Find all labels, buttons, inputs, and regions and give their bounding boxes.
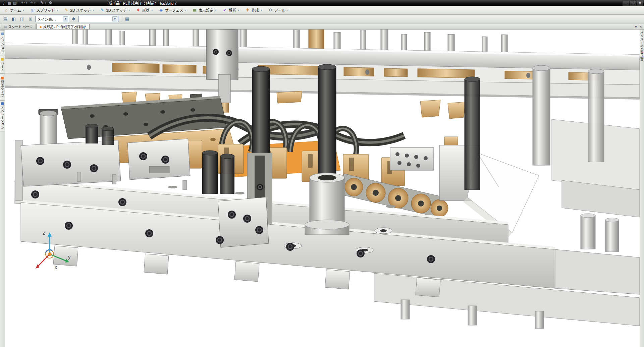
part-tab-icon xyxy=(1,58,4,61)
window-title: 成形品 - PL作成完了-分割前* - TopSolid 7 xyxy=(109,0,176,6)
left-sidebar: オプション パート 要素タイプ オペレーション xyxy=(0,30,5,347)
menu-create[interactable]: ✚ 作成 ▼ xyxy=(243,6,265,14)
undo-icon[interactable]: ↶ xyxy=(20,0,26,5)
cad-3d-viewport[interactable]: z y x xyxy=(5,30,639,347)
edit-icon[interactable]: ✎ xyxy=(39,0,45,5)
layout-four-view-icon[interactable]: ⊞ xyxy=(27,15,34,22)
menu-create-label: 作成 xyxy=(252,7,259,13)
tools-icon: ⚙ xyxy=(268,8,273,12)
titlebar: ▯ ▦ ▤ ↶ ▾ ↷ ▾ ✎ ▾ ⚙ 成形品 - PL作成完了-分割前* - … xyxy=(0,0,644,6)
tab-list-dropdown-icon[interactable]: ▼ xyxy=(635,25,638,28)
close-button[interactable]: ✕ xyxy=(637,0,643,6)
sketch-3d-icon: ✎ xyxy=(100,8,105,12)
view-toolbar: ▤ ◧ ◫ ⊞ メイン表示 ▼ ✱ ▼ ▦ xyxy=(0,15,644,23)
redo-dropdown-arrow[interactable]: ▾ xyxy=(34,2,37,4)
chevron-down-icon: ▼ xyxy=(22,9,25,11)
create-icon: ✚ xyxy=(245,8,250,12)
menu-analysis-label: 解析 xyxy=(229,7,236,13)
start-page-icon: ▤ xyxy=(4,25,7,28)
print-icon[interactable]: ▤ xyxy=(12,0,18,5)
settings-icon[interactable]: ⚙ xyxy=(48,0,53,5)
topsolid-window: ▯ ▦ ▤ ↶ ▾ ↷ ▾ ✎ ▾ ⚙ 成形品 - PL作成完了-分割前* - … xyxy=(0,0,644,347)
menu-home-label: ホーム xyxy=(10,7,21,13)
home-icon: ⌂ xyxy=(4,8,9,12)
sidebar-tab-part-label: パート xyxy=(0,62,4,72)
chevron-down-icon: ▼ xyxy=(56,9,59,11)
minimize-button[interactable]: – xyxy=(623,0,629,6)
menu-tools-label: ツール xyxy=(274,7,285,13)
undo-dropdown-arrow[interactable]: ▾ xyxy=(26,2,29,4)
tab-start-page-label: スタート ページ xyxy=(8,24,33,29)
titlebar-separator xyxy=(38,1,38,5)
split-icon: ◫ xyxy=(30,8,35,12)
display-settings-icon: ▦ xyxy=(192,8,197,12)
sidebar-tab-options[interactable]: オプション xyxy=(0,31,5,55)
menu-split-label: スプリット xyxy=(37,7,55,13)
menu-2d-sketch-label: 2D スケッチ xyxy=(70,7,91,13)
window-controls: – ▢ ✕ xyxy=(622,0,643,6)
close-document-icon[interactable]: ✕ xyxy=(639,25,642,28)
new-document-icon[interactable]: ▯ xyxy=(1,0,6,5)
save-icon[interactable]: ▦ xyxy=(6,0,12,5)
chevron-down-icon: ▼ xyxy=(215,9,217,11)
menu-surface-label: サーフェス xyxy=(165,7,183,13)
sidebar-tab-operation-label: オペレーション xyxy=(0,106,4,129)
sketch-2d-icon: ✎ xyxy=(64,8,69,12)
menu-shape-label: 形状 xyxy=(142,7,150,13)
chevron-down-icon: ▼ xyxy=(287,9,289,11)
chevron-down-icon: ▼ xyxy=(184,9,187,11)
project-name-label[interactable]: バンパーの金型設計 xyxy=(640,30,644,61)
analysis-icon: ✔ xyxy=(222,8,227,12)
sidebar-tab-options-label: オプション xyxy=(0,36,4,53)
print-preview-icon[interactable]: ▤ xyxy=(2,15,9,22)
layout-two-view-icon[interactable]: ◫ xyxy=(18,15,26,22)
cad-viewport-scene: z y x xyxy=(5,30,640,347)
view-mode-value: メイン表示 xyxy=(37,16,56,22)
ribbon-menu: ⌂ ホーム ▼ ◫ スプリット ▼ ✎ 2D スケッチ ▼ ✎ 3D スケッチ … xyxy=(0,6,644,15)
element-type-tab-icon xyxy=(1,77,4,79)
titlebar-separator xyxy=(19,1,19,5)
menu-3d-sketch-label: 3D スケッチ xyxy=(106,7,127,13)
axis-z-label: z xyxy=(43,230,45,236)
edit-dropdown-arrow[interactable]: ▾ xyxy=(45,2,48,4)
tab-active-document-label: 成形品 - PL作成完了-分割前* xyxy=(43,24,86,29)
operation-tab-icon xyxy=(1,102,4,105)
layout-one-view-icon[interactable]: ◧ xyxy=(10,15,17,22)
chevron-down-icon: ▼ xyxy=(112,16,117,21)
menu-surface[interactable]: ◈ サーフェス ▼ xyxy=(156,6,190,14)
attribute-icon[interactable]: ✱ xyxy=(70,15,77,22)
menu-display-settings[interactable]: ▦ 表示設定 ▼ xyxy=(190,6,220,14)
menu-shape[interactable]: ❖ 形状 ▼ xyxy=(133,6,156,14)
chevron-down-icon: ▼ xyxy=(92,9,95,11)
redo-icon[interactable]: ↷ xyxy=(29,0,34,5)
axis-x-label: x xyxy=(55,265,57,270)
right-sidebar: バンパーの金型設計 xyxy=(639,30,644,347)
menu-2d-sketch[interactable]: ✎ 2D スケッチ ▼ xyxy=(61,6,97,14)
menu-home[interactable]: ⌂ ホーム ▼ xyxy=(1,6,28,14)
tab-active-document[interactable]: ◆ 成形品 - PL作成完了-分割前* xyxy=(36,24,90,29)
chevron-down-icon: ▼ xyxy=(128,9,130,11)
menu-tools[interactable]: ⚙ ツール ▼ xyxy=(265,6,292,14)
sidebar-tab-element-type-label: 要素タイプ xyxy=(0,80,4,97)
main-area: オプション パート 要素タイプ オペレーション xyxy=(0,30,644,347)
chevron-down-icon: ▼ xyxy=(237,9,240,11)
sidebar-tab-element-type[interactable]: 要素タイプ xyxy=(0,75,5,99)
sidebar-tab-operation[interactable]: オペレーション xyxy=(0,100,5,131)
sidebar-tab-part[interactable]: パート xyxy=(0,56,5,74)
chevron-down-icon: ▼ xyxy=(63,16,68,21)
menu-analysis[interactable]: ✔ 解析 ▼ xyxy=(220,6,243,14)
shape-icon: ❖ xyxy=(136,8,141,12)
tabbar-controls: ▼ ✕ xyxy=(635,25,643,29)
surface-icon: ◈ xyxy=(159,8,164,12)
toolbar-separator xyxy=(121,16,121,22)
tab-start-page[interactable]: ▤ スタート ページ xyxy=(1,24,36,29)
document-tabbar: ▤ スタート ページ ◆ 成形品 - PL作成完了-分割前* ▼ ✕ xyxy=(0,23,644,30)
axis-y-label: y xyxy=(68,254,70,260)
configuration-select[interactable]: ▼ xyxy=(78,16,118,22)
view-mode-select[interactable]: メイン表示 ▼ xyxy=(35,16,69,22)
menu-3d-sketch[interactable]: ✎ 3D スケッチ ▼ xyxy=(97,6,133,14)
grid-table-icon[interactable]: ▦ xyxy=(123,15,131,22)
menu-split[interactable]: ◫ スプリット ▼ xyxy=(28,6,61,14)
chevron-down-icon: ▼ xyxy=(151,9,153,11)
maximize-button[interactable]: ▢ xyxy=(630,0,636,6)
